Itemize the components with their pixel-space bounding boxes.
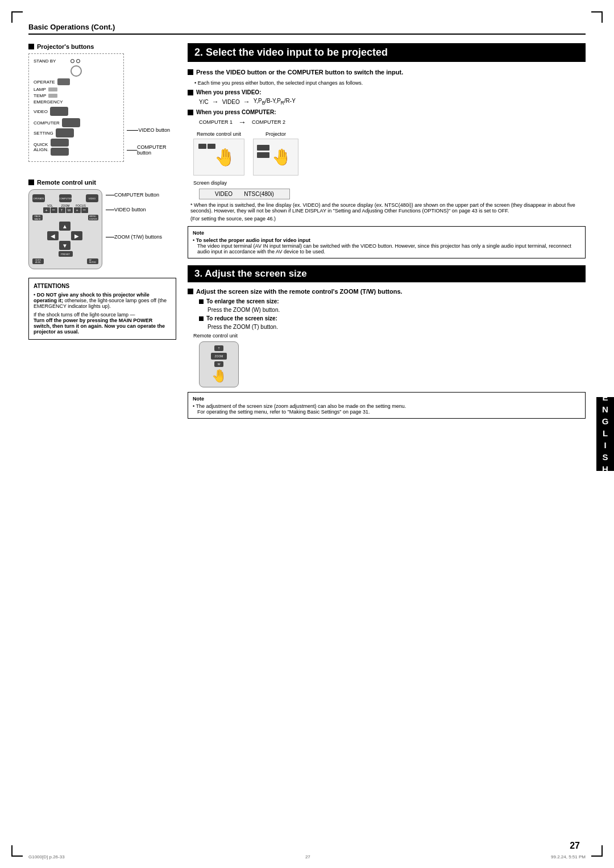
header-square-icon-2 (28, 180, 34, 185)
pj-hand-video-btn (257, 145, 269, 151)
ann-line-video (127, 130, 138, 131)
ann-line-computer (127, 150, 136, 151)
video-square-icon (188, 90, 193, 95)
nav-spacer-bl (47, 241, 59, 250)
page-footer: G1000[D] p.26-33 27 99.2.24, 5:51 PM (28, 854, 586, 859)
nav-spacer-c (59, 231, 70, 240)
hand-icon-right: 🤚 (272, 148, 292, 166)
attentions-item1: • DO NOT give any shock to this projecto… (34, 292, 171, 309)
nav-right-btn[interactable]: ▶ (71, 231, 82, 240)
quick-align-btn[interactable]: QUICKALIGN (32, 258, 44, 264)
quick-align-label: QUICKALIGN. (34, 142, 48, 152)
remote-computer-annotation: COMPUTER button (114, 192, 159, 198)
zoom-w-btn-2[interactable]: W (214, 361, 223, 367)
remote-hand-box: 🤚 (193, 139, 244, 176)
standby-label: STAND BY (34, 59, 70, 64)
section3-note-box: Note • The adjustment of the screen size… (188, 392, 586, 419)
ann-line-vid-btn (106, 210, 114, 210)
english-sidebar-fixed: ENGLISH (596, 397, 614, 471)
footer-right: 99.2.24, 5:51 PM (551, 854, 586, 859)
video-arrow-diagram: Y/C → VIDEO → Y,PB/B-Y,PR/R-Y (199, 98, 586, 106)
video-label: VIDEO (34, 109, 48, 114)
nav-spacer-br (71, 241, 82, 250)
quick-btn-1[interactable] (51, 139, 69, 147)
projector-hand-unit: Projector 🤚 (253, 131, 298, 176)
operate-label: OPERATE (34, 80, 55, 85)
vol-plus-btn[interactable]: + (43, 207, 50, 213)
setting-button[interactable] (56, 128, 74, 137)
ann-line-comp-btn (106, 195, 114, 195)
nav-spacer-tl (47, 222, 59, 231)
section2-note-box: Note • To select the proper audio input … (188, 226, 586, 258)
section3-instruction: Adjust the screen size with the remote c… (188, 288, 586, 419)
nav-spacer-tr (71, 222, 82, 231)
preset-btn[interactable]: PRESET (59, 251, 73, 257)
focus-minus-btn[interactable]: − (81, 207, 88, 213)
asterisk-note-2: (For setting the source, see page 46.) (190, 216, 586, 222)
computer-square-icon (188, 110, 193, 115)
sec2-square-icon (188, 69, 193, 75)
page-back-btn[interactable]: PAGEBACK (32, 215, 43, 220)
standby-indicator-1 (70, 59, 74, 63)
remote-operate-btn[interactable]: OPERATE (32, 194, 45, 202)
footer-center: 27 (305, 854, 310, 859)
main-content: Projector's buttons STAND BY (28, 43, 586, 425)
remote-control-diagram: OPERATE COMPUTER VIDEO VOL + − (28, 189, 102, 269)
computer-button[interactable] (62, 118, 80, 127)
enlarge-text: Press the ZOOM (W) button. (208, 307, 586, 313)
reduce-square-icon (199, 316, 204, 321)
reduce-text: Press the ZOOM (T) button. (208, 324, 586, 330)
zoom-w-btn[interactable]: W (66, 207, 73, 213)
page-header: Basic Operations (Cont.) (28, 23, 586, 35)
screen-display-label: Screen display (193, 180, 586, 186)
page-number: 27 (570, 841, 580, 851)
hand-zoom-icon: 🤚 (202, 369, 236, 383)
hand-computer-btn (198, 144, 206, 149)
temp-indicator (48, 94, 57, 98)
hand-icon-left: 🤚 (214, 147, 235, 167)
zoom-t-btn-2[interactable]: T (214, 345, 223, 351)
zoom-label: ZOOM (211, 353, 227, 360)
lamp-label: LAMP (34, 87, 46, 92)
when-computer-header: When you press COMPUTER: (188, 109, 586, 115)
remote-control-header: Remote control unit (28, 179, 176, 186)
enlarge-square-icon (199, 299, 204, 304)
projector-hand-box: 🤚 (253, 139, 298, 176)
projectors-buttons-header: Projector's buttons (28, 43, 176, 50)
ann-line-zoom-btn (106, 237, 114, 237)
video-button[interactable] (50, 107, 68, 116)
nav-down-btn[interactable]: ▼ (59, 241, 70, 250)
nav-up-btn[interactable]: ▲ (59, 222, 70, 231)
lamp-indicator (48, 87, 57, 91)
zoom-remote-diagram: T ZOOM W 🤚 (199, 341, 239, 387)
nav-left-btn[interactable]: ◀ (47, 231, 59, 240)
vol-minus-btn[interactable]: − (51, 207, 57, 213)
menu-enter-btn[interactable]: MENUENTER (88, 215, 98, 220)
setting-label: SETTING (34, 131, 53, 136)
remote-video-btn[interactable]: VIDEO (86, 194, 98, 202)
header-square-icon (28, 44, 34, 49)
attentions-box: ATTENTIONS • DO NOT give any shock to th… (28, 278, 176, 340)
temp-label: TEMP (34, 93, 46, 98)
asterisk-note-1: * When the input is switched, the line d… (190, 202, 586, 214)
projector-diagram: STAND BY OPERATE LAMP (28, 53, 124, 162)
quick-btn-2[interactable] (51, 148, 69, 156)
attentions-item2: If the shock turns off the light-source … (34, 312, 171, 335)
zoom-t-btn[interactable]: T (59, 207, 65, 213)
left-column: Projector's buttons STAND BY (28, 43, 176, 425)
operate-button-circle (70, 65, 82, 77)
section2-title: 2. Select the video input to be projecte… (188, 43, 586, 62)
remote-computer-btn[interactable]: COMPUTER (59, 194, 72, 202)
emergency-label: EMERGENCY (34, 99, 63, 105)
pj-hand-computer-btn (257, 152, 269, 158)
attentions-title: ATTENTIONS (34, 283, 171, 289)
computer-arrow-diagram: COMPUTER 1 → COMPUTER 2 (199, 118, 586, 127)
video-btn-annotation: VIDEO button (138, 127, 170, 133)
operate-btn (57, 78, 70, 85)
remote-hand-unit: Remote control unit 🤚 (193, 131, 244, 176)
av-muting-btn[interactable]: AVMUTING (87, 258, 98, 264)
focus-plus-btn[interactable]: + (74, 207, 81, 213)
standby-indicator-2 (76, 59, 80, 63)
section3-remote-label: Remote control unit (193, 333, 586, 339)
hand-video-btn (208, 144, 215, 149)
